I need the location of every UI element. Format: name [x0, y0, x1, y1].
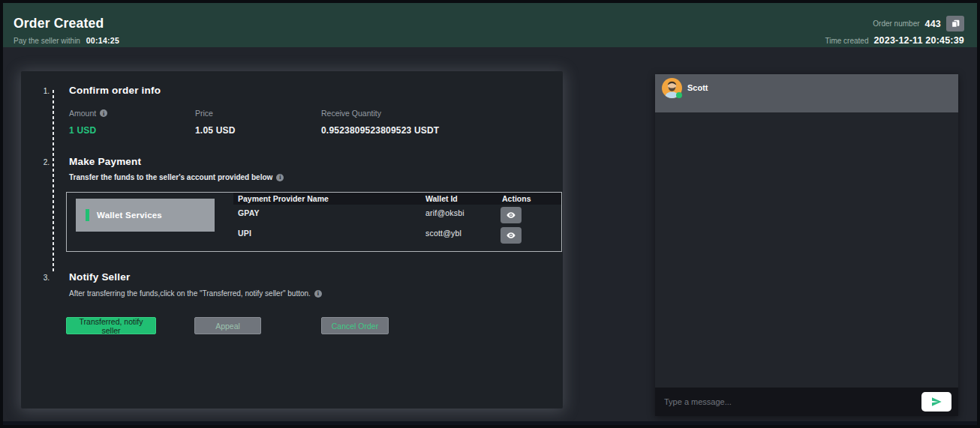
view-payment-details-button[interactable] [501, 207, 522, 223]
step2-description: Transfer the funds to the seller's accou… [69, 173, 272, 181]
amount-info-icon[interactable]: i [100, 109, 107, 117]
send-message-button[interactable] [921, 392, 951, 412]
price-value: 1.05 USD [195, 125, 236, 136]
column-header-provider: Payment Provider Name [238, 193, 329, 205]
eye-icon [506, 210, 516, 220]
receive-quantity-value: 0.9523809523809523 USDT [321, 125, 439, 136]
step1-number: 1. [38, 87, 50, 95]
copy-icon [951, 19, 960, 28]
active-tab-indicator [86, 209, 89, 221]
step3-description-row: After transferring the funds,click on th… [69, 289, 322, 298]
order-meta: Order number 443 Time created 2023-12-11… [825, 16, 964, 46]
table-row-provider: UPI [238, 229, 251, 238]
payment-details-table: Payment Provider Name Wallet Id Actions … [233, 193, 561, 251]
page-bottom-edge [3, 421, 977, 425]
pay-within-label: Pay the seller within [14, 37, 80, 45]
table-row-wallet-id: scott@ybl [425, 229, 461, 238]
chat-panel: Scott [655, 74, 958, 416]
step2-description-row: Transfer the funds to the seller's accou… [69, 173, 284, 181]
step3-title: Notify Seller [69, 271, 130, 283]
cancel-order-button[interactable]: Cancel Order [321, 317, 389, 334]
table-row-provider: GPAY [238, 208, 260, 217]
column-header-wallet-id: Wallet Id [425, 193, 458, 205]
step2-number: 2. [38, 158, 50, 166]
step3-number: 3. [38, 274, 50, 282]
order-page: Order Created Pay the seller within 00:1… [0, 0, 980, 428]
step2-info-icon[interactable]: i [276, 174, 284, 181]
copy-order-number-button[interactable] [946, 16, 964, 31]
chat-message-area [655, 112, 958, 388]
pay-within-row: Pay the seller within 00:14:25 [14, 36, 119, 45]
eye-icon [506, 230, 516, 241]
view-payment-details-button[interactable] [501, 227, 522, 244]
amount-value: 1 USD [69, 125, 96, 136]
price-label: Price [195, 109, 213, 118]
chat-user-name: Scott [687, 83, 708, 92]
order-number-row: Order number 443 [873, 16, 964, 31]
table-row-wallet-id: arif@oksbi [425, 208, 464, 217]
payment-method-tab-label: Wallet Services [97, 211, 162, 220]
chat-header: Scott [655, 74, 958, 112]
time-created-value: 2023-12-11 20:45:39 [873, 35, 964, 46]
step3-info-icon[interactable]: i [314, 290, 322, 298]
payment-table-header: Payment Provider Name Wallet Id Actions [233, 193, 561, 205]
amount-label-row: Amount i [69, 109, 107, 118]
time-created-label: Time created [825, 37, 868, 45]
transferred-notify-seller-button[interactable]: Transferred, notify seller [66, 317, 156, 334]
chat-message-input[interactable] [657, 389, 912, 415]
appeal-button[interactable]: Appeal [194, 317, 261, 334]
payment-method-tab-wallet-services[interactable]: Wallet Services [76, 199, 215, 232]
payment-methods-box: Wallet Services Payment Provider Name Wa… [66, 192, 562, 252]
step3-description: After transferring the funds,click on th… [69, 289, 311, 298]
send-icon [930, 396, 942, 408]
amount-label: Amount [69, 109, 96, 118]
column-header-actions: Actions [502, 193, 531, 205]
online-status-dot [676, 92, 682, 98]
receive-quantity-label: Receive Quantity [321, 109, 381, 118]
step1-title: Confirm order info [69, 85, 161, 96]
steps-connector-line [53, 90, 54, 271]
time-created-row: Time created 2023-12-11 20:45:39 [825, 35, 964, 46]
page-title: Order Created [14, 16, 104, 31]
order-number-value: 443 [925, 19, 941, 29]
order-number-label: Order number [873, 19, 919, 28]
order-steps-card: 1. Confirm order info Amount i Price Rec… [21, 71, 563, 409]
chat-input-bar [655, 388, 958, 416]
step2-title: Make Payment [69, 156, 141, 167]
countdown-timer: 00:14:25 [86, 36, 119, 45]
order-header: Order Created Pay the seller within 00:1… [3, 3, 977, 47]
